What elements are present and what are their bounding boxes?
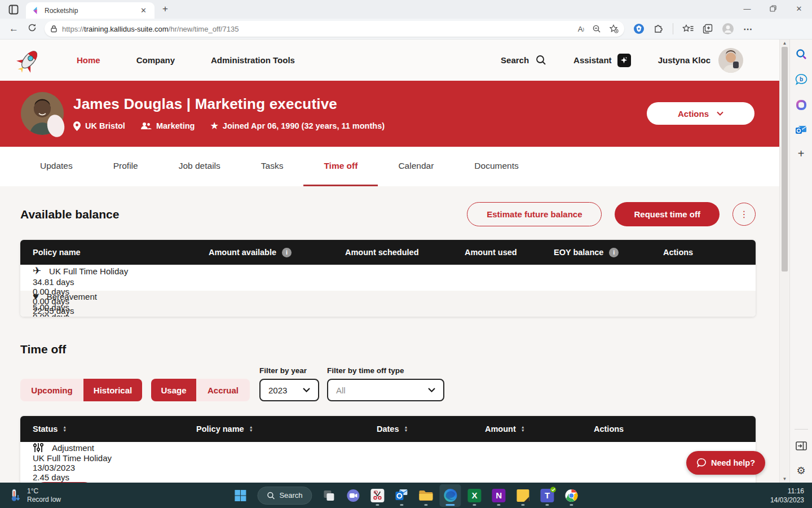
- time-off-heading: Time off: [20, 343, 756, 356]
- browser-menu-icon[interactable]: ⋯: [743, 24, 753, 34]
- banner-actions-button[interactable]: Actions: [647, 102, 754, 125]
- tab-profile[interactable]: Profile: [93, 147, 158, 186]
- snipping-tool-icon[interactable]: [367, 484, 389, 507]
- toggle-accrual[interactable]: Accrual: [196, 379, 250, 401]
- estimate-future-balance-button[interactable]: Estimate future balance: [467, 202, 602, 226]
- tab-time-off[interactable]: Time off: [303, 147, 378, 186]
- filter-year-label: Filter by year: [259, 366, 319, 375]
- rocketship-logo[interactable]: [14, 46, 44, 75]
- info-icon[interactable]: i: [282, 248, 292, 257]
- browser-profile-avatar[interactable]: [722, 23, 734, 35]
- back-button[interactable]: ←: [9, 23, 19, 34]
- zoom-out-icon[interactable]: [592, 24, 601, 33]
- type-select[interactable]: All: [327, 379, 444, 401]
- scrollbar-thumb[interactable]: [782, 47, 788, 271]
- sidebar-panel-icon[interactable]: [796, 441, 807, 453]
- edge-sidebar: b + ⚙: [789, 40, 812, 483]
- search-icon[interactable]: [536, 55, 546, 65]
- teams-chat-icon[interactable]: [343, 484, 364, 507]
- nav-link-admin-tools[interactable]: Administration Tools: [211, 55, 295, 65]
- balance-more-actions-button[interactable]: ⋮: [732, 203, 756, 226]
- assistant-sparkle-icon[interactable]: [617, 54, 631, 67]
- read-aloud-icon[interactable]: A): [578, 25, 584, 33]
- tab-job-details[interactable]: Job details: [158, 147, 241, 186]
- col-policy[interactable]: Policy name▲▼: [196, 424, 377, 433]
- sidebar-outlook-icon[interactable]: [795, 125, 807, 137]
- nav-assistant-label[interactable]: Assistant: [573, 55, 612, 65]
- chat-bubble-icon: [696, 458, 707, 468]
- refresh-button[interactable]: [28, 23, 37, 35]
- collections-icon[interactable]: [703, 24, 713, 34]
- sidebar-microsoft365-icon[interactable]: [796, 99, 807, 113]
- info-icon[interactable]: i: [609, 248, 619, 257]
- site-lock-icon[interactable]: [50, 25, 58, 33]
- browser-tab[interactable]: Rocketship ✕: [26, 2, 155, 19]
- tab-title: Rocketship: [45, 7, 138, 15]
- heart-icon: ♥: [33, 291, 39, 303]
- sidebar-settings-gear-icon[interactable]: ⚙: [796, 465, 805, 477]
- tab-close-icon[interactable]: ✕: [138, 6, 149, 15]
- sidebar-add-icon[interactable]: +: [798, 149, 805, 158]
- window-minimize-button[interactable]: —: [734, 0, 760, 17]
- toggle-usage[interactable]: Usage: [151, 379, 196, 401]
- teams-icon[interactable]: T: [537, 484, 558, 507]
- task-view-button[interactable]: [319, 484, 340, 507]
- sidebar-bing-chat-icon[interactable]: b: [795, 74, 807, 87]
- screen: Rocketship ✕ + — ✕ ← https://training.ka…: [0, 0, 812, 508]
- window-close-button[interactable]: ✕: [786, 0, 812, 17]
- taskbar-weather-desc: Record low: [27, 496, 61, 504]
- col-dates[interactable]: Dates▲▼: [377, 424, 485, 433]
- tab-actions-menu-icon[interactable]: [8, 4, 19, 15]
- taskbar-search[interactable]: Search: [257, 487, 312, 505]
- thermometer-icon: [9, 488, 21, 503]
- chevron-down-icon: [428, 388, 435, 392]
- tab-tasks[interactable]: Tasks: [241, 147, 304, 186]
- col-hist-actions: Actions: [594, 424, 756, 433]
- user-avatar[interactable]: [718, 48, 743, 73]
- weather-widget[interactable]: 1°C Record low: [9, 487, 61, 504]
- history-row-adjustment: Adjustment UK Full Time Holiday 13/03/20…: [20, 442, 756, 480]
- new-tab-button[interactable]: +: [162, 3, 168, 15]
- nav-user-name[interactable]: Justyna Kloc: [658, 55, 710, 65]
- chevron-down-icon: [717, 111, 723, 116]
- employee-joined: ★ Joined Apr 06, 1990 (32 years, 11 mont…: [210, 121, 385, 131]
- sticky-notes-icon[interactable]: [513, 484, 534, 507]
- request-time-off-button[interactable]: Request time off: [615, 202, 720, 226]
- tab-calendar[interactable]: Calendar: [378, 147, 454, 186]
- nav-link-home[interactable]: Home: [77, 55, 100, 65]
- col-amount[interactable]: Amount▲▼: [485, 424, 594, 433]
- page-scrollbar[interactable]: ▲ ▼: [779, 40, 789, 483]
- toggle-historical[interactable]: Historical: [83, 379, 142, 401]
- start-button[interactable]: [230, 484, 251, 507]
- window-restore-button[interactable]: [760, 0, 786, 17]
- taskbar-clock[interactable]: 11:16 14/03/2023: [770, 487, 804, 505]
- scroll-up-icon[interactable]: ▲: [780, 41, 789, 46]
- file-explorer-icon[interactable]: [416, 484, 437, 507]
- timeoff-history-table: Status▲▼ Policy name▲▼ Dates▲▼ Amount▲▼ …: [20, 416, 756, 483]
- sidebar-search-icon[interactable]: [796, 49, 807, 62]
- favorite-star-icon[interactable]: [609, 24, 619, 33]
- location-pin-icon: [73, 121, 81, 131]
- tab-updates[interactable]: Updates: [20, 147, 93, 186]
- toggle-upcoming[interactable]: Upcoming: [20, 379, 83, 401]
- outlook-icon[interactable]: [391, 484, 413, 507]
- scroll-down-icon[interactable]: ▼: [780, 476, 789, 481]
- profile-tabs: Updates Profile Job details Tasks Time o…: [0, 147, 779, 186]
- col-status[interactable]: Status▲▼: [33, 424, 196, 433]
- extensions-puzzle-icon[interactable]: [654, 24, 664, 34]
- nav-link-company[interactable]: Company: [136, 55, 175, 65]
- star-icon: ★: [210, 121, 218, 131]
- onenote-icon[interactable]: N: [488, 484, 510, 507]
- excel-icon[interactable]: X: [464, 484, 486, 507]
- balance-table-header: Policy name Amount availablei Amount sch…: [20, 240, 756, 265]
- edge-browser-icon[interactable]: [440, 484, 461, 507]
- address-bar[interactable]: https://training.kallidus-suite.com/hr/n…: [45, 21, 624, 37]
- tab-documents[interactable]: Documents: [454, 147, 539, 186]
- browser-extension-icon[interactable]: [633, 23, 645, 34]
- chrome-icon[interactable]: [561, 484, 582, 507]
- favorites-bar-icon[interactable]: [682, 24, 694, 33]
- balance-row-bereavement: ♥Bereavement 5.00 days 0.00 days 0.00 da…: [20, 291, 756, 317]
- year-select[interactable]: 2023: [259, 379, 319, 401]
- nav-search-label[interactable]: Search: [501, 55, 529, 65]
- need-help-button[interactable]: Need help?: [686, 451, 765, 475]
